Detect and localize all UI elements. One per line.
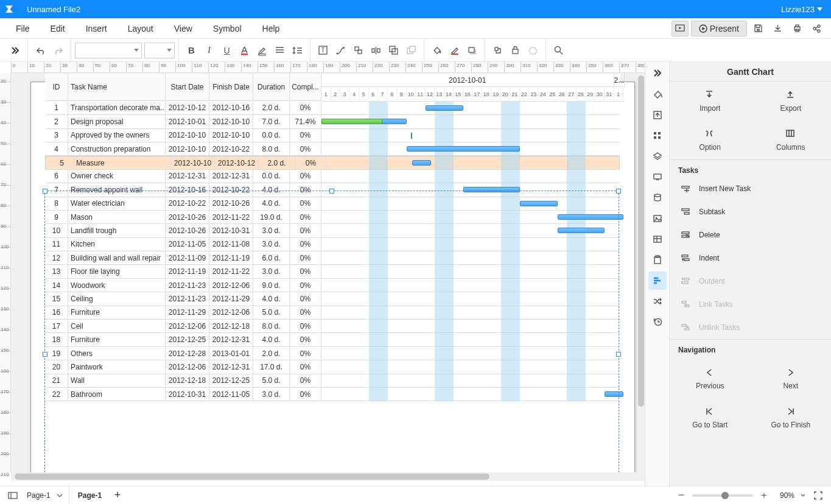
rp-next[interactable]: Next [751,359,832,398]
gantt-row[interactable]: 11Kitchen2012-11-052012-11-083.0 d.0% [45,238,620,251]
database-icon[interactable] [648,189,667,207]
rp-import[interactable]: Import [670,82,751,121]
undo-button[interactable] [32,41,49,59]
gantt-col-header[interactable]: Compl... [290,74,321,101]
add-page-button[interactable]: + [110,488,125,503]
rp-option[interactable]: Option [670,121,751,159]
clipboard-icon[interactable] [648,251,667,269]
menu-edit[interactable]: Edit [43,21,72,36]
gantt-row[interactable]: 15Ceiling2012-11-232012-11-294.0 d.0% [45,292,620,306]
fullscreen-button[interactable] [810,486,826,504]
settings-button[interactable] [524,41,542,59]
gantt-row[interactable]: 16Furniture2012-11-292012-12-065.0 d.0% [45,306,620,320]
history-icon[interactable] [648,313,667,331]
font-select[interactable] [75,43,142,58]
image-icon[interactable] [648,209,667,228]
lock-button[interactable] [507,41,524,59]
shuffle-icon[interactable] [648,292,667,310]
gantt-row[interactable]: 14Woodwork2012-11-232012-12-069.0 d.0% [45,279,620,292]
align-objects-button[interactable] [349,41,367,59]
font-size-select[interactable] [144,43,175,58]
download-button[interactable] [769,21,786,37]
gantt-col-header[interactable]: Duration [253,74,290,101]
page[interactable]: IDTask NameStart DateFinish DateDuration… [30,82,635,472]
table-icon[interactable] [648,230,667,248]
underline-button[interactable]: U [218,41,236,59]
menu-symbol[interactable]: Symbol [206,21,249,36]
export-icon[interactable] [648,106,667,124]
menu-view[interactable]: View [167,21,200,36]
rp-indent[interactable]: Indent [670,247,831,270]
bold-button[interactable]: B [183,41,200,59]
page-tab[interactable]: Page-1 [69,491,110,500]
gantt-row[interactable]: 18Furniture2012-12-252012-12-314.0 d.0% [45,333,620,346]
connector-button[interactable] [332,41,349,59]
rp-columns[interactable]: Columns [751,121,832,159]
gantt-row[interactable]: 21Wall2012-12-182012-12-255.0 d.0% [45,374,620,388]
gantt-row[interactable]: 7Removed appoint wall2012-10-162012-10-2… [45,183,620,197]
presentation-icon[interactable] [648,168,667,186]
gantt-row[interactable]: 5Measure2012-10-102012-10-122.0 d.0% [45,156,620,169]
gantt-row[interactable]: 9Mason2012-10-262012-11-2219.0 d.0% [45,211,620,224]
zoom-in-button[interactable]: + [758,486,770,504]
gantt-row[interactable]: 13Floor tile laying2012-11-192012-11-223… [45,265,620,278]
gantt-row[interactable]: 6Owner check2012-12-312012-12-310.0 d.0% [45,170,620,183]
rp-delete[interactable]: Delete [670,223,831,247]
gantt-col-header[interactable]: Start Date [166,74,209,101]
menu-insert[interactable]: Insert [79,21,114,36]
present-button[interactable]: Present [691,21,747,37]
gantt-row[interactable]: 1Transportation decorate ma...2012-10-12… [45,102,620,115]
menu-help[interactable]: Help [255,21,287,36]
fill-icon[interactable] [648,85,667,103]
gantt-row[interactable]: 22Bathroom2012-10-312012-11-053.0 d.0% [45,388,620,401]
rp-export[interactable]: Export [751,82,832,121]
rp-previous[interactable]: Previous [670,359,751,398]
gantt-row[interactable]: 10Landfill trough2012-10-262012-10-313.0… [45,224,620,237]
rp-subtask[interactable]: Subtask [670,200,831,223]
menu-file[interactable]: File [9,21,37,36]
shadow-button[interactable] [463,41,481,59]
apps-icon[interactable] [648,127,667,145]
fill-button[interactable] [428,41,446,59]
horizontal-scrollbar[interactable] [11,472,645,481]
textbox-button[interactable]: T [314,41,332,59]
page-selector[interactable]: Page-1 [21,486,69,504]
gantt-col-header[interactable]: ID [45,74,68,101]
gantt-icon[interactable] [648,271,667,290]
print-button[interactable] [788,21,805,37]
zoom-out-button[interactable]: − [675,486,687,504]
panel-toggle-button[interactable] [6,41,24,59]
text-color-button[interactable] [236,41,253,59]
rp-go-finish[interactable]: Go to Finish [751,398,832,437]
zoom-slider[interactable] [692,494,753,497]
gantt-row[interactable]: 4Construction preparation2012-10-102012-… [45,142,620,156]
gantt-row[interactable]: 19Others2012-12-282013-01-012.0 d.0% [45,347,620,360]
gantt-row[interactable]: 12Building wall and wall repair2012-11-0… [45,251,620,265]
gantt-chart[interactable]: IDTask NameStart DateFinish DateDuration… [45,74,620,401]
distribute-button[interactable] [367,41,385,59]
rp-go-start[interactable]: Go to Start [670,398,751,437]
align-button[interactable] [271,41,289,59]
gantt-row[interactable]: 2Design proposal2012-10-012012-10-107.0 … [45,115,620,128]
line-spacing-button[interactable] [289,41,306,59]
highlight-button[interactable] [253,41,271,59]
link-button[interactable] [489,41,507,59]
user-menu[interactable]: Lizzie123 [773,5,831,14]
gantt-row[interactable]: 20Paintwork2012-12-062012-12-3117.0 d.0% [45,360,620,374]
line-style-button[interactable] [446,41,463,59]
canvas[interactable]: IDTask NameStart DateFinish DateDuration… [11,73,645,472]
gantt-row[interactable]: 8Water electrician2012-10-222012-10-264.… [45,197,620,211]
search-button[interactable] [550,41,567,59]
redo-button[interactable] [49,41,67,59]
group-button[interactable] [385,41,402,59]
arrange-button[interactable] [402,41,420,59]
slideshow-button[interactable] [671,21,689,37]
gantt-row[interactable]: 3Approved by the owners2012-10-102012-10… [45,129,620,142]
gantt-col-header[interactable]: Finish Date [209,74,253,101]
vertical-scrollbar[interactable] [637,73,645,472]
italic-button[interactable]: I [200,41,218,59]
gantt-row[interactable]: 17Ceil2012-12-062012-12-188.0 d.0% [45,320,620,333]
menu-layout[interactable]: Layout [121,21,161,36]
expand-rail-button[interactable] [648,66,667,80]
layers-icon[interactable] [648,147,667,166]
